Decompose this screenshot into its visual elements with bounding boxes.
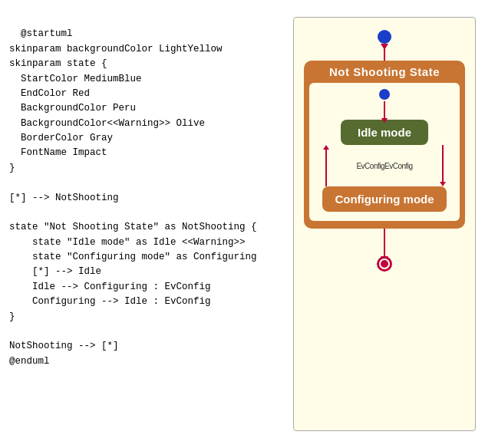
idle-mode-box: Idle mode — [341, 120, 428, 145]
code-line-9: FontName Impact — [9, 147, 107, 158]
config-to-idle-arrow — [323, 145, 329, 186]
not-shooting-title: Not Shooting State — [329, 65, 440, 78]
code-line-8: BorderColor Gray — [9, 133, 113, 143]
code-line-19: Configuring --> Idle : EvConfig — [21, 296, 211, 307]
start-arrow — [384, 44, 385, 61]
code-line-18: Idle --> Configuring : EvConfig — [21, 282, 211, 292]
code-line-15: state "Idle mode" as Idle <<Warning>> — [21, 237, 246, 248]
code-line-17: [*] --> Idle — [21, 266, 101, 277]
code-line-7: BackgroundColor<<Warning>> Olive — [9, 118, 205, 129]
configuring-mode-box: Configuring mode — [322, 186, 446, 212]
code-line-2: skinparam backgroundColor LightYellow — [9, 44, 223, 54]
ev-config-labels: EvConfigEvConfig — [356, 162, 412, 170]
code-line-20: } — [9, 311, 15, 322]
ev-config-label2: EvConfig — [384, 162, 413, 170]
configuring-label: Configuring mode — [335, 193, 434, 206]
code-line-22: NotShooting --> [*] — [9, 341, 119, 351]
inner-start-dot — [379, 89, 390, 100]
diagram-panel: Not Shooting State Idle mode — [284, 0, 485, 448]
code-line-3: skinparam state { — [9, 58, 107, 69]
code-line-23: @enduml — [9, 356, 50, 367]
idle-label: Idle mode — [358, 126, 411, 139]
not-shooting-state-box: Not Shooting State Idle mode — [304, 61, 465, 229]
end-dot — [377, 256, 392, 272]
diagram-container: Not Shooting State Idle mode — [293, 17, 476, 431]
bottom-arrow — [384, 229, 385, 256]
code-line-12: [*] --> NotShooting — [9, 193, 119, 203]
code-line-16: state "Configuring mode" as Configuring — [21, 252, 257, 262]
inner-area: Idle mode EvConfigEvConfig Configuring m… — [309, 83, 460, 221]
code-line-5: EndColor Red — [9, 88, 90, 99]
code-line-1: @startuml — [21, 28, 73, 39]
ev-config-area: EvConfigEvConfig — [315, 145, 454, 186]
code-line-6: BackgroundColor Peru — [9, 103, 136, 114]
code-panel: @startuml skinparam backgroundColor Ligh… — [0, 0, 284, 448]
code-line-10: } — [9, 163, 15, 173]
idle-to-config-arrow — [440, 145, 446, 186]
start-dot — [378, 30, 391, 44]
code-line-4: StartColor MediumBlue — [9, 74, 142, 84]
code-line-14: state "Not Shooting State" as NotShootin… — [9, 222, 257, 232]
ev-config-label1: EvConfig — [356, 162, 384, 170]
